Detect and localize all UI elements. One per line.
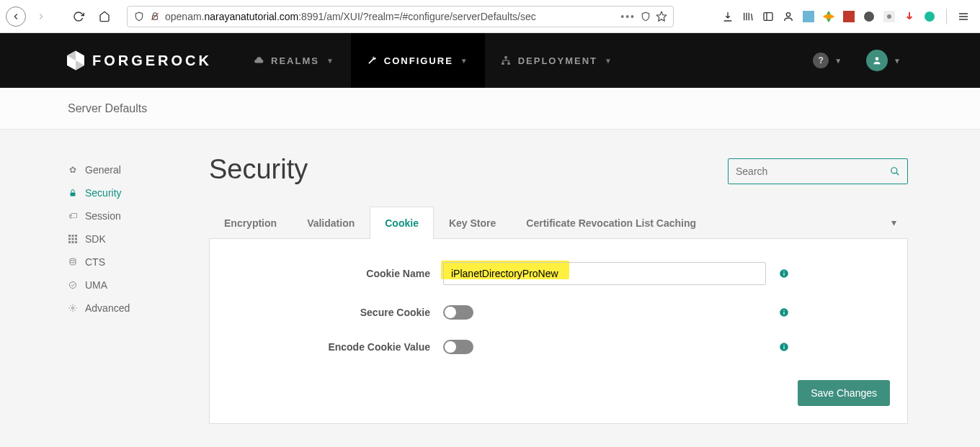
breadcrumb-text: Server Defaults	[68, 102, 147, 115]
caret-down-icon[interactable]: ▼	[834, 57, 842, 65]
sidebar-item-session[interactable]: 🏷 Session	[65, 204, 180, 227]
browser-toolbar: openam.narayanatutorial.com:8991/am/XUI/…	[0, 0, 980, 33]
sidebar-item-label: Advanced	[85, 302, 130, 314]
check-circle-icon	[68, 281, 78, 289]
cloud-icon	[254, 55, 264, 66]
browser-reload-button[interactable]	[68, 6, 89, 27]
svg-point-8	[887, 14, 891, 19]
svg-rect-30	[783, 271, 784, 272]
save-changes-button[interactable]: Save Changes	[798, 380, 890, 406]
svg-point-9	[925, 12, 935, 22]
sidebar-item-label: General	[85, 164, 121, 176]
svg-point-26	[72, 307, 74, 310]
user-avatar-button[interactable]	[866, 50, 888, 71]
svg-marker-1	[656, 12, 666, 21]
svg-rect-17	[75, 235, 77, 237]
svg-point-13	[876, 57, 879, 60]
ext-icon-3[interactable]	[842, 10, 855, 23]
database-icon	[68, 258, 78, 266]
encode-cookie-label: Encode Cookie Value	[227, 341, 430, 353]
ext-icon-7[interactable]	[923, 10, 936, 23]
nav-label: CONFIGURE	[384, 55, 453, 66]
search-input[interactable]	[736, 166, 890, 177]
tab-overflow-menu[interactable]: ▾	[880, 207, 908, 238]
ticket-icon: 🏷	[68, 211, 78, 221]
sidebar-item-general[interactable]: ✿ General	[65, 158, 180, 181]
insecure-icon	[149, 11, 161, 22]
sidebar-item-security[interactable]: Security	[65, 181, 180, 204]
nav-configure[interactable]: CONFIGURE ▼	[351, 33, 485, 88]
help-button[interactable]: ?	[813, 53, 829, 68]
svg-rect-35	[783, 346, 784, 349]
info-icon[interactable]	[779, 307, 793, 317]
ext-icon-1[interactable]	[802, 10, 815, 23]
caret-down-icon[interactable]: ▼	[894, 57, 901, 65]
sidebar-item-label: Session	[85, 210, 121, 222]
app-topnav: FORGEROCK REALMS ▼ CONFIGURE ▼ DEPLOYMEN…	[0, 33, 980, 88]
page-action-dots-icon[interactable]: •••	[620, 11, 636, 22]
svg-rect-12	[507, 63, 510, 65]
svg-rect-32	[783, 312, 784, 315]
page-title: Security	[209, 154, 308, 185]
tab-key-store[interactable]: Key Store	[434, 207, 511, 239]
encode-cookie-toggle[interactable]	[443, 340, 473, 354]
info-icon[interactable]	[779, 268, 793, 279]
sidebar-item-label: CTS	[85, 256, 105, 268]
svg-rect-22	[72, 241, 74, 243]
sidebar-icon[interactable]	[762, 10, 775, 23]
browser-forward-button[interactable]	[30, 6, 52, 27]
downloads-icon[interactable]	[721, 10, 734, 23]
sidebar-item-uma[interactable]: UMA	[65, 274, 180, 297]
svg-rect-14	[71, 193, 76, 197]
tab-encryption[interactable]: Encryption	[209, 207, 292, 239]
search-box[interactable]	[728, 158, 908, 184]
reader-shield-icon[interactable]	[640, 11, 651, 22]
svg-point-27	[891, 168, 897, 173]
svg-rect-18	[68, 238, 71, 240]
url-text: openam.narayanatutorial.com:8991/am/XUI/…	[165, 11, 616, 22]
browser-actions	[721, 9, 974, 24]
gear-icon: ✿	[68, 165, 78, 175]
nav-realms[interactable]: REALMS ▼	[238, 33, 351, 88]
user-icon	[872, 55, 882, 66]
account-icon[interactable]	[782, 10, 795, 23]
svg-rect-29	[783, 273, 784, 276]
ext-icon-5[interactable]	[883, 10, 896, 23]
nav-label: DEPLOYMENT	[518, 55, 597, 66]
caret-down-icon: ▼	[605, 57, 613, 65]
svg-rect-10	[504, 56, 507, 58]
settings-sidebar: ✿ General Security 🏷 Session SDK CTS	[65, 154, 180, 424]
svg-rect-33	[783, 310, 784, 311]
browser-back-button[interactable]	[6, 6, 26, 27]
sidebar-item-sdk[interactable]: SDK	[65, 227, 180, 250]
svg-rect-4	[803, 11, 814, 22]
grid-icon	[68, 235, 78, 243]
sidebar-item-advanced[interactable]: Advanced	[65, 297, 180, 320]
address-bar[interactable]: openam.narayanatutorial.com:8991/am/XUI/…	[127, 6, 674, 27]
ext-icon-6[interactable]	[903, 10, 916, 23]
tab-crl-caching[interactable]: Certificate Revocation List Caching	[511, 207, 711, 239]
svg-rect-21	[68, 241, 71, 243]
tab-validation[interactable]: Validation	[292, 207, 370, 239]
tab-cookie[interactable]: Cookie	[370, 207, 434, 239]
brand-logo[interactable]: FORGEROCK	[65, 50, 223, 71]
info-icon[interactable]	[779, 342, 793, 352]
nav-deployment[interactable]: DEPLOYMENT ▼	[485, 33, 629, 88]
browser-home-button[interactable]	[94, 6, 115, 27]
library-icon[interactable]	[741, 10, 754, 23]
hamburger-menu-icon[interactable]	[957, 10, 970, 23]
sidebar-item-label: Security	[85, 187, 122, 199]
secure-cookie-label: Secure Cookie	[227, 307, 430, 318]
cookie-name-input[interactable]	[443, 262, 766, 285]
bookmark-star-icon[interactable]	[656, 11, 667, 22]
wrench-icon	[367, 55, 377, 66]
svg-rect-11	[502, 63, 504, 65]
secure-cookie-toggle[interactable]	[443, 305, 473, 320]
ext-icon-4[interactable]	[863, 10, 876, 23]
svg-point-6	[864, 12, 874, 22]
svg-rect-2	[764, 12, 772, 20]
ext-icon-2[interactable]	[822, 10, 835, 23]
search-icon[interactable]	[890, 166, 900, 176]
sliders-icon	[68, 304, 78, 312]
sidebar-item-cts[interactable]: CTS	[65, 250, 180, 274]
